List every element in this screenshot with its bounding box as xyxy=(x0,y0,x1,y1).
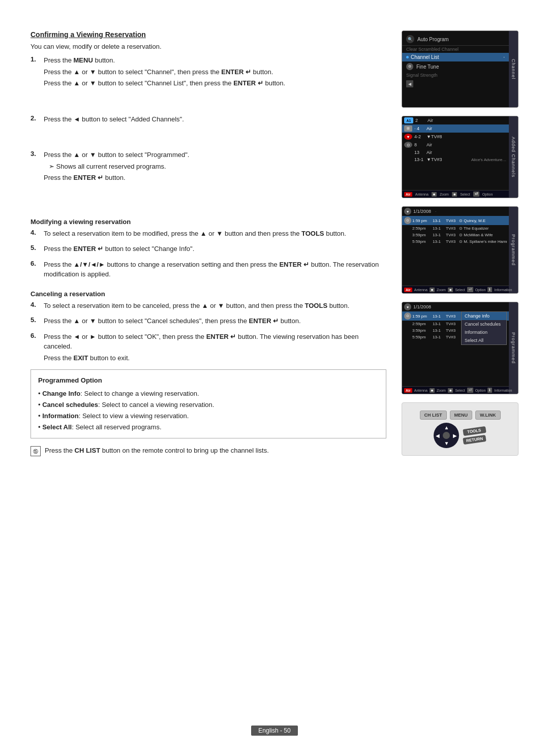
page-title: Confirming a Viewing Reservation xyxy=(30,30,386,39)
panel3-title-4: ⊙ M. Spillane's mike Hammer xyxy=(459,239,507,244)
panel1-active-dot xyxy=(406,56,409,58)
panel3-title-2: ⊙ The Equalizer xyxy=(459,226,507,231)
ch-icon-3: ♥ xyxy=(404,134,412,140)
panel3-date: 1/1/2008 xyxy=(413,209,431,214)
panel3-row-4: 5:59pm 13-1 TV#3 ⊙ M. Spillane's mike Ha… xyxy=(402,238,509,245)
p4-antenna: Antenna xyxy=(414,389,428,392)
panel3-time-3: 3:59pm xyxy=(412,233,432,237)
dpad-down[interactable]: ▼ xyxy=(444,440,449,446)
panel3-ch-3: 13-1 xyxy=(433,233,445,237)
programmed-panel: Programmed ♥ 1/1/2008 · ⊙ 1:59 xyxy=(402,206,518,294)
ch-name-1: Air xyxy=(428,118,433,123)
step-5: 5. Press the ENTER ↵ button to select "C… xyxy=(30,244,386,256)
added-channels-panel: Added Channels A1 2 Air ⊞ · 4 Air ♥ xyxy=(402,116,518,198)
step-4-num: 4. xyxy=(30,229,41,240)
panel1-menu-header: 🔍 Auto Program xyxy=(402,33,509,46)
context-item-1[interactable]: Change Info xyxy=(462,312,506,320)
step-1-line-3: Press the ▲ or ▼ button to select "Chann… xyxy=(44,78,285,88)
panel3-time-1: 1:59 pm xyxy=(412,218,432,223)
dpad-right[interactable]: ▶ xyxy=(453,432,457,438)
panel4-ch-3: 13-1 xyxy=(433,328,445,333)
remote-return-btn[interactable]: RETURN xyxy=(463,434,487,444)
panel4-header-icon: ♥ xyxy=(404,303,411,310)
ch-icon-1: A1 xyxy=(404,117,413,123)
ch-num-3: 4-2 xyxy=(414,134,424,139)
context-item-4[interactable]: Select All xyxy=(462,336,506,344)
dpad-center[interactable] xyxy=(443,432,450,439)
step-4-text: To select a reservation item to be modif… xyxy=(44,229,346,239)
p3-option-btn: ⏎ xyxy=(467,287,473,292)
panel4-ch-4: 13-1 xyxy=(433,335,445,339)
step-6-content: Press the ▲/▼/◄/► buttons to change a re… xyxy=(44,260,386,281)
panel1-inner: 🔍 Auto Program Clear Scrambled Channel C… xyxy=(402,31,509,107)
footer-select-btn: ■ xyxy=(452,192,457,197)
panel3-footer: Air Antenna ■ Zoom ■ Select ⏎ Option ℹ I… xyxy=(402,286,509,293)
panel4-ch-2: 13-1 xyxy=(433,322,445,326)
panel3-header: ♥ 1/1/2008 · xyxy=(402,207,509,216)
programmed-option-box: Programmed Option Change Info: Select to… xyxy=(30,369,386,438)
ch-num-4: 8 xyxy=(414,142,424,147)
remote-menu-btn[interactable]: MENU xyxy=(450,411,473,420)
panel3-tv-2: TV#3 xyxy=(446,226,458,231)
cancel-step-4: 4. To select a reservation item to be ca… xyxy=(30,301,386,312)
dpad-left[interactable]: ◀ xyxy=(436,432,440,438)
remote-nav-container: ▲ ▼ ◀ ▶ TOOLS RETURN xyxy=(434,423,486,448)
p4-zoom-btn: ■ xyxy=(430,388,435,393)
panel1-clear-scrambled: Clear Scrambled Channel xyxy=(402,46,509,53)
dpad-circle[interactable]: ▲ ▼ ◀ ▶ xyxy=(434,423,459,448)
cancel-step-5-num: 5. xyxy=(30,316,41,328)
ch-title-6: Alice's Adventures in Wonderland xyxy=(471,158,507,162)
panel3-row1-icon: ⊙ xyxy=(404,217,411,224)
p4-air-btn: Air xyxy=(404,388,412,393)
remote-tools-btn[interactable]: TOOLS xyxy=(463,426,487,435)
remote-chlist-btn[interactable]: CH LIST xyxy=(420,411,447,420)
p4-option-btn: ⏎ xyxy=(467,388,473,393)
p4-zoom: Zoom xyxy=(437,389,446,392)
panel1-icon5: ◀ xyxy=(406,80,413,87)
panel3-header-icon: ♥ xyxy=(404,208,411,215)
ch-name-5: Air xyxy=(426,150,432,155)
panel1-channel-list-active: Channel List · xyxy=(402,53,509,61)
panel1-finetune-icon: ⚙ xyxy=(406,63,413,70)
context-menu: Change Info Cancel schedules Information… xyxy=(461,311,507,345)
step-1-num: 1. xyxy=(30,55,41,90)
panel4-tv-2: TV#3 xyxy=(446,322,455,326)
step-3-content: Press the ▲ or ▼ button to select "Progr… xyxy=(44,150,189,184)
ch-icon-2: ⊞ xyxy=(404,125,412,132)
cancel-step-5: 5. Press the ▲ or ▼ button to select "Ca… xyxy=(30,316,386,328)
panel4-inner: ♥ 1/1/2008 ⊙ 1:59 pm 13-1 TV#3 xyxy=(402,302,509,394)
panel4-tv-4: TV#3 xyxy=(446,335,455,339)
programmed-context-panel: Programmed ♥ 1/1/2008 ⊙ 1:59 pm xyxy=(402,302,518,394)
cancel-step-4-num: 4. xyxy=(30,301,41,312)
p3-select-btn: ■ xyxy=(448,288,453,292)
step-5-content: Press the ENTER ↵ button to select "Chan… xyxy=(44,244,194,256)
p4-info-btn: ℹ xyxy=(487,388,492,393)
footer-select-text: Select xyxy=(460,193,470,196)
step-5-text: Press the ENTER ↵ button to select "Chan… xyxy=(44,244,194,254)
p3-zoom: Zoom xyxy=(437,288,446,292)
option-item-2: Cancel schedules: Select to cancel a vie… xyxy=(38,399,379,411)
panel1-fine-tune: ⚙ Fine Tune xyxy=(402,61,509,72)
p4-select-btn: ■ xyxy=(448,388,453,393)
panel3-dot: · xyxy=(435,209,436,214)
ch-row-5: 13 Air xyxy=(402,149,509,156)
footer-zoom-btn: ■ xyxy=(432,192,437,197)
ch-name-6: ▼TV#3 xyxy=(426,157,469,162)
ch-num-5: 13 xyxy=(414,150,424,155)
step-3-arrow: ➣ Shows all current reserved programs. xyxy=(49,162,189,172)
context-item-3[interactable]: Information xyxy=(462,328,506,336)
page: Confirming a Viewing Reservation You can… xyxy=(0,0,549,756)
panel3-row-2: 2:59pm 13-1 TV#3 ⊙ The Equalizer xyxy=(402,225,509,232)
panel1-fine-tune-label: Fine Tune xyxy=(416,64,439,70)
dpad-up[interactable]: ▲ xyxy=(444,425,449,430)
panel4-time-3: 3:59pm xyxy=(412,328,432,333)
ch-name-2: Air xyxy=(426,126,432,131)
cancel-step-6-sub: Press the EXIT button to exit. xyxy=(44,353,386,363)
footer-air-btn: Air xyxy=(404,192,412,197)
remote-wlink-btn[interactable]: W.LINK xyxy=(475,411,501,420)
panel1-auto-program: Auto Program xyxy=(417,37,449,42)
panel4-row1-icon: ⊙ xyxy=(404,312,411,320)
step-1: 1. Press the MENU button. Press the ▲ or… xyxy=(30,55,386,90)
context-item-2[interactable]: Cancel schedules xyxy=(462,320,506,328)
panel1-search-icon: 🔍 xyxy=(406,35,414,43)
